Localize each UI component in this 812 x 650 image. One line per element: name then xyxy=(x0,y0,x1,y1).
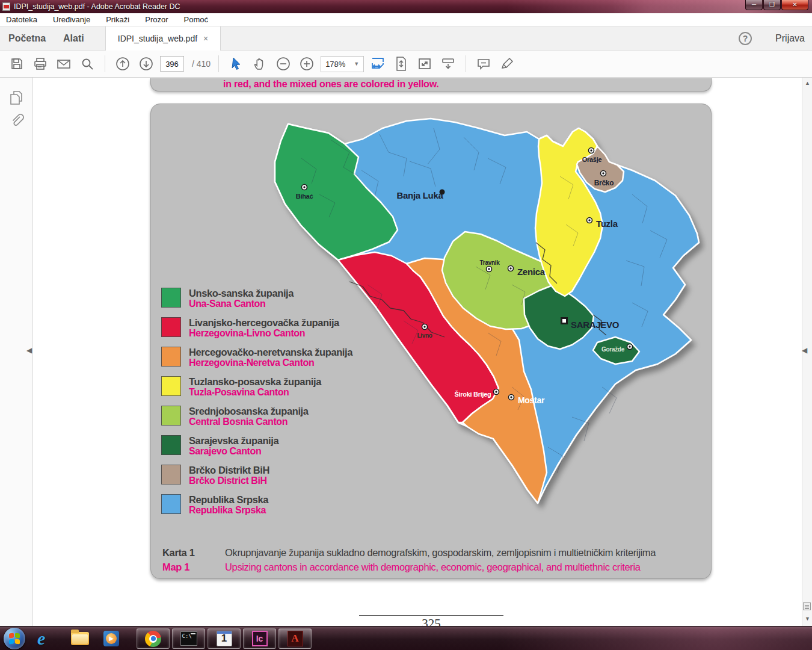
menu-item-2[interactable]: Prikaži xyxy=(106,15,129,24)
legend-row-1: Livanjsko-hercegovačka županijaHerzegovi… xyxy=(161,317,342,338)
map-figure-box: BihaćBanja LukaOrašjeBrčkoTuzlaTravnikZe… xyxy=(150,104,712,579)
legend-row-7: Republika SrpskaRepublika Srpska xyxy=(161,494,342,515)
page-number-input[interactable] xyxy=(160,56,184,72)
legend-swatch xyxy=(161,465,181,484)
menu-item-3[interactable]: Prozor xyxy=(145,15,168,24)
page-thumbnails-icon[interactable] xyxy=(8,90,24,109)
tab-document-label: IDPI_studija_web.pdf xyxy=(118,34,197,43)
acrobat-taskbar-button[interactable]: A xyxy=(278,628,312,649)
minimize-button[interactable]: ─ xyxy=(745,0,763,10)
scroll-up-icon[interactable]: ▲ xyxy=(802,80,812,86)
window-titlebar[interactable]: IDPI_studija_web.pdf - Adobe Acrobat Rea… xyxy=(0,0,812,13)
legend-label-en: Central Bosnia Canton xyxy=(189,416,309,427)
city-label-tuzla: Tuzla xyxy=(596,218,618,229)
previous-box-text: in red, and the mixed ones are colored i… xyxy=(223,79,439,90)
chrome-taskbar-button[interactable] xyxy=(137,628,170,649)
incopy-taskbar-button[interactable]: Ic xyxy=(243,628,276,649)
tabbar: Početna Alati IDPI_studija_web.pdf × ? P… xyxy=(0,26,812,51)
media-player-icon[interactable]: ▶ xyxy=(103,628,119,649)
legend-row-0: Unsko-sanska županijaUna-Sana Canton xyxy=(161,288,342,308)
tab-home[interactable]: Početna xyxy=(8,26,46,51)
legend-swatch xyxy=(161,288,181,308)
legend-label-hr: Brčko Distrikt BiH xyxy=(189,465,269,475)
sign-in-link[interactable]: Prijava xyxy=(775,26,805,51)
legend-row-4: Srednjobosanska županijaCentral Bosnia C… xyxy=(161,406,342,426)
legend-swatch xyxy=(161,435,181,455)
toolbar: / 410 178% ▼ xyxy=(0,51,812,78)
legend-swatch xyxy=(161,494,181,514)
print-icon[interactable] xyxy=(31,54,50,73)
hand-tool-icon[interactable] xyxy=(250,54,269,73)
taskbar: e ▶ C:\ 1 Ic A HR ▲ ✕ xyxy=(0,626,812,650)
legend-label-hr: Tuzlansko-posavska županija xyxy=(189,376,321,387)
caption-text-hr: Okrupnjavanje županija sukladno demograf… xyxy=(225,545,656,560)
caption-text-en: Upsizing cantons in accordance with demo… xyxy=(225,560,641,574)
zoom-level-value: 178% xyxy=(325,60,345,69)
city-label-mostar: Mostar xyxy=(518,395,545,405)
cmd-taskbar-button[interactable]: C:\ xyxy=(172,628,205,649)
legend-label-en: Una-Sana Canton xyxy=(189,299,294,309)
zoom-in-icon[interactable] xyxy=(297,54,316,73)
legend-label-hr: Livanjsko-hercegovačka županija xyxy=(189,317,339,328)
legend-label-en: Tuzla-Posavina Canton xyxy=(189,387,321,398)
expand-panel-icon[interactable]: ◀ xyxy=(802,346,807,354)
dock-toolbar-icon[interactable] xyxy=(438,54,458,73)
start-button[interactable] xyxy=(4,628,25,649)
legend-label-hr: Unsko-sanska županija xyxy=(189,288,294,299)
legend-row-2: Hercegovačko-neretvanska županijaHerzego… xyxy=(161,347,342,367)
zoom-level-select[interactable]: 178% ▼ xyxy=(321,56,364,72)
menu-item-4[interactable]: Pomoć xyxy=(184,15,208,24)
close-button[interactable]: ✕ xyxy=(781,0,808,10)
city-label-sarajevo: SARAJEVO xyxy=(571,320,620,330)
page-total-label: / 410 xyxy=(192,59,211,69)
city-label-gora-de: Goražde xyxy=(601,346,625,353)
tab-tools[interactable]: Alati xyxy=(63,26,84,51)
fullscreen-icon[interactable] xyxy=(415,54,434,73)
caption-label-hr: Karta 1 xyxy=(162,545,225,560)
comment-icon[interactable] xyxy=(474,54,493,73)
file-explorer-icon[interactable] xyxy=(71,628,89,649)
menubar: DatotekaUređivanjePrikažiProzorPomoć xyxy=(0,13,812,26)
city-label-livno: Livno xyxy=(417,332,432,339)
search-icon[interactable] xyxy=(78,54,97,73)
save-icon[interactable] xyxy=(7,54,26,73)
legend-row-3: Tuzlansko-posavska županijaTuzla-Posavin… xyxy=(161,376,342,397)
scroll-options-button[interactable] xyxy=(803,602,811,610)
map-legend: Unsko-sanska županijaUna-Sana CantonLiva… xyxy=(161,288,342,524)
tab-document[interactable]: IDPI_studija_web.pdf × xyxy=(105,26,221,51)
previous-page-icon[interactable] xyxy=(113,54,132,73)
zoom-out-icon[interactable] xyxy=(274,54,293,73)
highlight-icon[interactable] xyxy=(497,54,517,73)
calendar-taskbar-button[interactable]: 1 xyxy=(208,628,241,649)
document-area: ◀ in red, and the mixed ones are colored… xyxy=(0,78,812,626)
legend-row-6: Brčko Distrikt BiHBrčko District BiH xyxy=(161,465,342,485)
scroll-down-icon[interactable]: ▼ xyxy=(802,616,812,622)
city-label-ora-je: Orašje xyxy=(582,156,602,163)
fit-page-icon[interactable] xyxy=(392,54,411,73)
page-footer-rule xyxy=(359,615,503,616)
legend-swatch xyxy=(161,376,181,396)
tab-close-icon[interactable]: × xyxy=(203,34,208,43)
restore-button[interactable]: ❐ xyxy=(763,0,781,10)
attachments-paperclip-icon[interactable] xyxy=(8,113,24,132)
legend-label-hr: Sarajevska županija xyxy=(189,435,278,446)
collapse-panel-icon[interactable]: ◀ xyxy=(26,346,32,354)
caption-label-en: Map 1 xyxy=(162,560,225,574)
legend-label-en: Republika Srpska xyxy=(189,505,268,516)
internet-explorer-icon[interactable]: e xyxy=(37,628,45,649)
fit-width-icon[interactable] xyxy=(368,54,387,73)
screen: IDPI_studija_web.pdf - Adobe Acrobat Rea… xyxy=(0,0,812,650)
menu-item-1[interactable]: Uređivanje xyxy=(53,15,90,24)
legend-swatch xyxy=(161,347,181,367)
help-icon[interactable]: ? xyxy=(739,32,752,45)
legend-label-en: Sarajevo Canton xyxy=(189,446,278,457)
chevron-down-icon: ▼ xyxy=(354,61,359,67)
menu-item-0[interactable]: Datoteka xyxy=(6,15,37,24)
map-caption: Karta 1 Okrupnjavanje županija sukladno … xyxy=(162,545,704,574)
email-icon[interactable] xyxy=(54,54,73,73)
legend-label-hr: Republika Srpska xyxy=(189,494,268,505)
page-footer-number: 325 xyxy=(407,616,455,626)
legend-swatch xyxy=(161,406,181,426)
next-page-icon[interactable] xyxy=(137,54,156,73)
select-tool-icon[interactable] xyxy=(227,54,246,73)
